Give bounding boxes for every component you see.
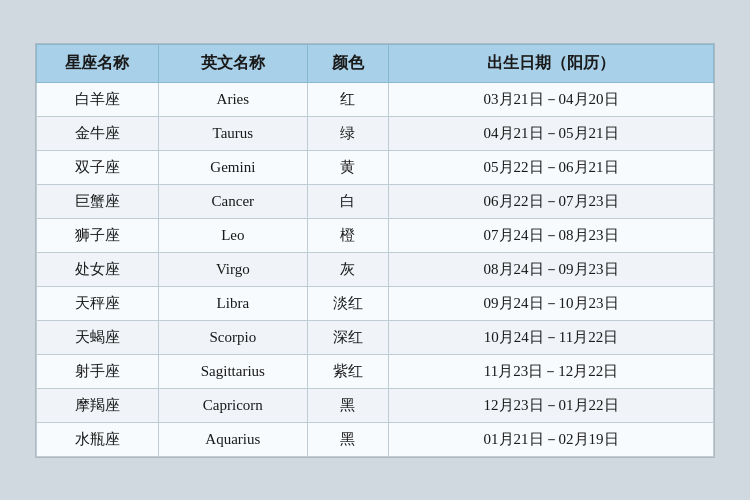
table-row: 金牛座Taurus绿04月21日－05月21日 — [37, 116, 714, 150]
cell-date: 01月21日－02月19日 — [389, 422, 714, 456]
cell-zh: 白羊座 — [37, 82, 159, 116]
header-zh: 星座名称 — [37, 44, 159, 82]
cell-en: Libra — [158, 286, 307, 320]
zodiac-table: 星座名称 英文名称 颜色 出生日期（阳历） 白羊座Aries红03月21日－04… — [36, 44, 714, 457]
cell-en: Cancer — [158, 184, 307, 218]
table-row: 天蝎座Scorpio深红10月24日－11月22日 — [37, 320, 714, 354]
table-row: 巨蟹座Cancer白06月22日－07月23日 — [37, 184, 714, 218]
header-color: 颜色 — [307, 44, 388, 82]
cell-en: Virgo — [158, 252, 307, 286]
cell-color: 黑 — [307, 388, 388, 422]
cell-date: 03月21日－04月20日 — [389, 82, 714, 116]
cell-color: 绿 — [307, 116, 388, 150]
cell-zh: 处女座 — [37, 252, 159, 286]
zodiac-table-container: 星座名称 英文名称 颜色 出生日期（阳历） 白羊座Aries红03月21日－04… — [35, 43, 715, 458]
table-row: 射手座Sagittarius紫红11月23日－12月22日 — [37, 354, 714, 388]
cell-zh: 摩羯座 — [37, 388, 159, 422]
cell-date: 09月24日－10月23日 — [389, 286, 714, 320]
cell-color: 紫红 — [307, 354, 388, 388]
cell-color: 白 — [307, 184, 388, 218]
cell-date: 04月21日－05月21日 — [389, 116, 714, 150]
cell-color: 深红 — [307, 320, 388, 354]
cell-en: Scorpio — [158, 320, 307, 354]
cell-zh: 天蝎座 — [37, 320, 159, 354]
cell-zh: 金牛座 — [37, 116, 159, 150]
cell-zh: 狮子座 — [37, 218, 159, 252]
cell-en: Taurus — [158, 116, 307, 150]
cell-zh: 天秤座 — [37, 286, 159, 320]
cell-zh: 巨蟹座 — [37, 184, 159, 218]
table-header-row: 星座名称 英文名称 颜色 出生日期（阳历） — [37, 44, 714, 82]
header-en: 英文名称 — [158, 44, 307, 82]
table-row: 双子座Gemini黄05月22日－06月21日 — [37, 150, 714, 184]
table-body: 白羊座Aries红03月21日－04月20日金牛座Taurus绿04月21日－0… — [37, 82, 714, 456]
cell-en: Aquarius — [158, 422, 307, 456]
cell-date: 07月24日－08月23日 — [389, 218, 714, 252]
table-row: 白羊座Aries红03月21日－04月20日 — [37, 82, 714, 116]
cell-en: Aries — [158, 82, 307, 116]
cell-color: 黑 — [307, 422, 388, 456]
cell-date: 08月24日－09月23日 — [389, 252, 714, 286]
header-date: 出生日期（阳历） — [389, 44, 714, 82]
cell-zh: 水瓶座 — [37, 422, 159, 456]
cell-color: 淡红 — [307, 286, 388, 320]
cell-date: 10月24日－11月22日 — [389, 320, 714, 354]
cell-zh: 双子座 — [37, 150, 159, 184]
cell-en: Gemini — [158, 150, 307, 184]
table-row: 处女座Virgo灰08月24日－09月23日 — [37, 252, 714, 286]
table-row: 摩羯座Capricorn黑12月23日－01月22日 — [37, 388, 714, 422]
table-row: 水瓶座Aquarius黑01月21日－02月19日 — [37, 422, 714, 456]
cell-en: Leo — [158, 218, 307, 252]
table-row: 天秤座Libra淡红09月24日－10月23日 — [37, 286, 714, 320]
cell-color: 红 — [307, 82, 388, 116]
cell-color: 橙 — [307, 218, 388, 252]
cell-en: Sagittarius — [158, 354, 307, 388]
cell-en: Capricorn — [158, 388, 307, 422]
cell-date: 12月23日－01月22日 — [389, 388, 714, 422]
cell-date: 05月22日－06月21日 — [389, 150, 714, 184]
table-row: 狮子座Leo橙07月24日－08月23日 — [37, 218, 714, 252]
cell-color: 黄 — [307, 150, 388, 184]
cell-date: 06月22日－07月23日 — [389, 184, 714, 218]
cell-date: 11月23日－12月22日 — [389, 354, 714, 388]
cell-color: 灰 — [307, 252, 388, 286]
cell-zh: 射手座 — [37, 354, 159, 388]
